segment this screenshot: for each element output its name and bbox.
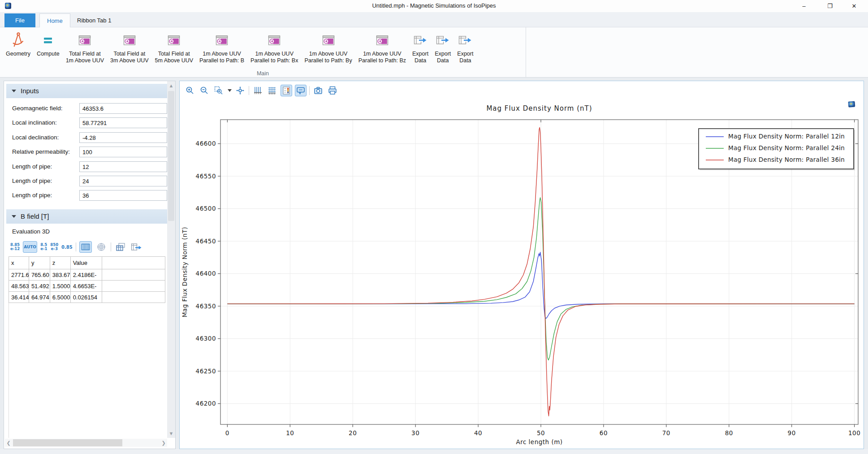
restore-button[interactable]: ❐ [820,0,840,12]
field-input[interactable] [79,190,167,201]
scroll-up-icon[interactable]: ▲ [167,83,175,88]
tooltip-toggle-icon[interactable] [295,85,307,96]
svg-text:46300: 46300 [196,335,216,342]
horizontal-scrollbar[interactable]: ❮ ❯ [5,439,167,447]
horizontal-scrollbar-thumb[interactable] [13,439,122,446]
field-row: Relative permeability: [4,147,170,157]
table-cell: 6.5000 [50,292,71,303]
parallel-path-bz-button[interactable]: 1m Above UUVParallel to Path: Bz [355,29,409,65]
field-input[interactable] [79,132,167,143]
x-axis-settings-icon[interactable] [252,85,263,96]
plot-group-icon [123,30,136,51]
field-row: Local inclination: [4,117,170,128]
svg-text:46400: 46400 [196,270,216,277]
field-row: Geomagnetic field: [4,103,170,114]
field-label: Local declination: [12,134,59,141]
svg-text:46200: 46200 [196,400,216,407]
copy-table-icon[interactable] [114,241,127,253]
plot-group-icon [167,30,181,51]
field-row: Length of pipe: [4,190,170,201]
table-cell [102,281,165,292]
scroll-right-icon[interactable]: ❯ [160,439,167,447]
vertical-scrollbar[interactable]: ▲ ▼ [167,81,175,438]
field-input[interactable] [79,176,167,186]
parallel-path-by-button[interactable]: 1m Above UUVParallel to Path: By [301,29,355,65]
minimize-button[interactable]: – [794,0,814,12]
table-header-cell: x [9,257,29,269]
snapshot-icon[interactable] [312,85,324,96]
svg-text:46500: 46500 [196,205,216,212]
scroll-down-icon[interactable]: ▼ [167,431,175,436]
svg-text:Mag Flux Density Norm (nT): Mag Flux Density Norm (nT) [486,104,592,112]
total-field-1m-button[interactable]: Total Field at1m Above UUV [63,29,107,65]
status-bar [0,449,868,454]
field-input[interactable] [79,103,167,114]
close-button[interactable]: ✕ [844,0,864,12]
export-data-button-3[interactable]: ExportData [454,29,476,65]
tab-ribbon-tab-1[interactable]: Ribbon Tab 1 [70,13,118,27]
geometry-icon [9,30,27,51]
chart-area[interactable]: 0102030405060708090100462004625046300463… [180,99,864,448]
plot-group-icon [376,30,389,51]
table-view-icon[interactable] [79,241,92,253]
export-data-button-2[interactable]: ExportData [432,29,454,65]
export-table-icon[interactable] [130,241,143,253]
tab-file[interactable]: File [4,13,35,27]
total-field-5m-button[interactable]: Total Field at5m Above UUV [152,29,196,65]
ribbon-group-main: GeometryComputeTotal Field at1m Above UU… [0,27,526,78]
ribbon-tab-row: File Home Ribbon Tab 1 [0,12,868,27]
table-header-row: xyzValue [9,257,165,269]
zoom-box-icon[interactable] [213,85,225,96]
parallel-path-bx-button[interactable]: 1m Above UUVParallel to Path: Bx [247,29,301,65]
scientific-format-button[interactable]: 8.85e-12 [10,243,20,251]
ribbon-button-label: Total Field at1m Above UUV [66,51,104,64]
zoom-out-icon[interactable] [199,85,210,96]
table-row[interactable]: 2771.6765.60383.672.4186E-8 [9,269,165,281]
plot-group-icon [215,30,229,51]
table-row[interactable]: 36.41464.9746.50000.026154 [9,292,165,303]
inputs-section-header[interactable]: Inputs [6,84,168,98]
grid-icon[interactable] [266,85,278,96]
field-input[interactable] [79,161,167,172]
svg-text:46250: 46250 [196,368,216,375]
table-cell: 765.60 [29,269,50,281]
auto-format-button[interactable]: AUTO [23,241,37,253]
title-bar: Untitled.mph - Magnetic Simulations of I… [0,0,868,12]
zoom-extents-icon[interactable] [234,85,246,96]
print-icon[interactable] [327,85,338,96]
number-format-toolbar: 8.85e-12 AUTO 8.5e-1 850e-3 0.85 [10,241,143,253]
geometry-button[interactable]: Geometry [3,29,34,58]
decimal-format-button[interactable]: 0.85 [61,245,73,249]
chart-svg: 0102030405060708090100462004625046300463… [180,99,864,448]
zoom-in-icon[interactable] [184,85,196,96]
vertical-scrollbar-thumb[interactable] [168,91,174,221]
compute-button[interactable]: Compute [34,29,63,58]
svg-text:46550: 46550 [196,173,216,180]
ribbon-button-label: 1m Above UUVParallel to Path: Bz [358,51,406,64]
table-row[interactable]: 48.56351.4921.50004.6653E-5 [9,281,165,292]
plot-group-icon [268,30,281,51]
total-field-3m-button[interactable]: Total Field at3m Above UUV [107,29,151,65]
engineering-format-button[interactable]: 8.5e-1 [40,243,47,251]
field-input[interactable] [79,147,167,157]
svg-text:Arc length (m): Arc length (m) [516,438,562,445]
export-data-button-1[interactable]: ExportData [409,29,432,65]
color-legend-toggle-icon[interactable] [281,85,292,96]
bfield-section-header[interactable]: B field [T] [6,209,168,224]
sphere-view-icon[interactable] [95,241,108,253]
evaluation-results-table: xyzValue2771.6765.60383.672.4186E-848.56… [9,256,165,303]
table-cell: 383.67 [50,269,71,281]
parallel-path-b-button[interactable]: 1m Above UUVParallel to Path: B [196,29,247,65]
field-row: Length of pipe: [4,176,170,186]
compact-format-button[interactable]: 850e-3 [50,243,58,251]
dropdown-caret-icon[interactable] [227,89,232,92]
tab-home[interactable]: Home [39,13,70,28]
svg-text:0: 0 [225,429,229,437]
svg-text:Mag Flux Density Norm: Paralle: Mag Flux Density Norm: Parallel 12in [728,133,845,140]
scroll-left-icon[interactable]: ❮ [5,439,12,447]
field-input[interactable] [79,117,167,128]
evaluation-3d-label: Evaluation 3D [12,228,50,235]
ribbon-button-label: Compute [37,51,60,57]
table-header-cell [102,257,165,269]
field-label: Relative permeability: [12,148,70,155]
